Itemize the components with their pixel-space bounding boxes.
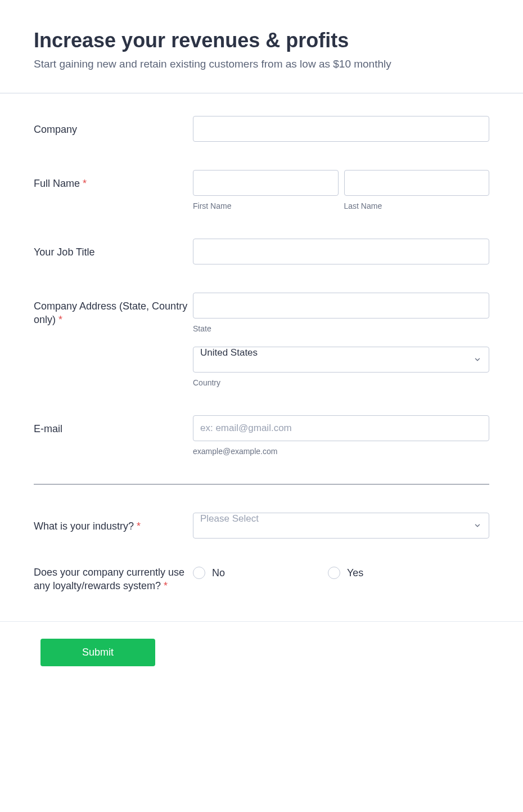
last-name-input[interactable] <box>344 170 490 196</box>
loyalty-yes-radio[interactable] <box>328 567 340 579</box>
job-title-label: Your Job Title <box>34 246 94 258</box>
state-sublabel: State <box>193 324 489 333</box>
company-label: Company <box>34 124 77 135</box>
first-name-sublabel: First Name <box>193 201 339 210</box>
industry-label: What is your industry? * <box>34 521 141 532</box>
loyalty-no-label: No <box>212 567 225 579</box>
email-input[interactable] <box>193 415 489 441</box>
company-input[interactable] <box>193 116 489 142</box>
required-indicator: * <box>83 178 87 189</box>
country-sublabel: Country <box>193 378 489 387</box>
required-indicator: * <box>164 580 168 591</box>
email-label: E-mail <box>34 423 62 434</box>
required-indicator: * <box>137 521 141 532</box>
email-sublabel: example@example.com <box>193 447 489 456</box>
last-name-sublabel: Last Name <box>344 201 490 210</box>
company-address-label: Company Address (State, Country only) * <box>34 300 187 325</box>
loyalty-no-radio[interactable] <box>193 567 205 579</box>
first-name-input[interactable] <box>193 170 339 196</box>
state-input[interactable] <box>193 293 489 318</box>
page-subtitle: Start gaining new and retain existing cu… <box>34 58 489 70</box>
required-indicator: * <box>58 314 62 325</box>
submit-button[interactable]: Submit <box>40 639 155 666</box>
section-divider <box>34 484 489 484</box>
country-select[interactable]: United States <box>193 347 489 373</box>
loyalty-label: Does your company currently use any loya… <box>34 567 184 591</box>
loyalty-yes-label: Yes <box>347 567 363 579</box>
fullname-label: Full Name * <box>34 178 87 189</box>
job-title-input[interactable] <box>193 239 489 264</box>
page-title: Increase your revenues & profits <box>34 28 489 52</box>
industry-select[interactable]: Please Select <box>193 513 489 539</box>
